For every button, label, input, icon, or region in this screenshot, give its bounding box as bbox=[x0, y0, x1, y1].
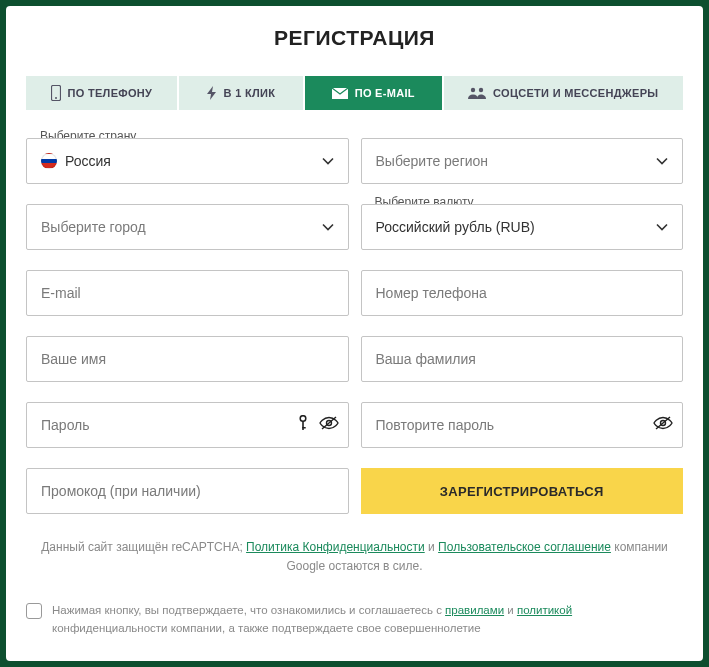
policy-link[interactable]: политикой bbox=[517, 604, 572, 616]
firstname-input[interactable] bbox=[26, 336, 349, 382]
phone-field bbox=[361, 270, 684, 316]
russia-flag-icon bbox=[41, 153, 57, 169]
registration-tabs: ПО ТЕЛЕФОНУ В 1 КЛИК ПО E-MAIL СОЦСЕТИ И… bbox=[26, 76, 683, 110]
region-field: Выберите регион bbox=[361, 138, 684, 184]
svg-point-3 bbox=[471, 88, 475, 92]
recaptcha-notice: Данный сайт защищён reCAPTCHA; Политика … bbox=[26, 538, 683, 576]
tab-oneclick[interactable]: В 1 КЛИК bbox=[179, 76, 303, 110]
firstname-field bbox=[26, 336, 349, 382]
currency-field: Выберите валюту Российский рубль (RUB) bbox=[361, 204, 684, 250]
consent-row: Нажимая кнопку, вы подтверждаете, что оз… bbox=[26, 602, 683, 637]
form-grid: Выберите страну Россия Выберите регион В… bbox=[26, 138, 683, 514]
phone-icon bbox=[51, 85, 61, 101]
chevron-down-icon bbox=[322, 223, 334, 231]
chevron-down-icon bbox=[656, 223, 668, 231]
svg-rect-6 bbox=[302, 421, 304, 430]
svg-point-5 bbox=[300, 416, 306, 422]
phone-input[interactable] bbox=[361, 270, 684, 316]
region-placeholder: Выберите регион bbox=[376, 153, 489, 169]
consent-text: Нажимая кнопку, вы подтверждаете, что оз… bbox=[52, 602, 683, 637]
tab-phone[interactable]: ПО ТЕЛЕФОНУ bbox=[26, 76, 177, 110]
submit-button[interactable]: ЗАРЕГИСТРИРОВАТЬСЯ bbox=[361, 468, 684, 514]
email-field bbox=[26, 270, 349, 316]
tab-social[interactable]: СОЦСЕТИ И МЕССЕНДЖЕРЫ bbox=[444, 76, 683, 110]
registration-modal: РЕГИСТРАЦИЯ ПО ТЕЛЕФОНУ В 1 КЛИК ПО E-MA… bbox=[6, 6, 703, 661]
terms-link[interactable]: Пользовательское соглашение bbox=[438, 540, 611, 554]
svg-point-4 bbox=[479, 88, 483, 92]
currency-value: Российский рубль (RUB) bbox=[376, 219, 535, 235]
privacy-link[interactable]: Политика Конфиденциальности bbox=[246, 540, 425, 554]
svg-point-1 bbox=[55, 97, 57, 99]
key-icon[interactable] bbox=[297, 415, 309, 435]
promo-field bbox=[26, 468, 349, 514]
country-select[interactable]: Россия bbox=[26, 138, 349, 184]
lastname-input[interactable] bbox=[361, 336, 684, 382]
envelope-icon bbox=[332, 88, 348, 99]
eye-off-icon[interactable] bbox=[653, 416, 673, 434]
chevron-down-icon bbox=[322, 157, 334, 165]
tab-email[interactable]: ПО E-MAIL bbox=[305, 76, 442, 110]
tab-label: СОЦСЕТИ И МЕССЕНДЖЕРЫ bbox=[493, 87, 658, 99]
email-input[interactable] bbox=[26, 270, 349, 316]
tab-label: ПО ТЕЛЕФОНУ bbox=[68, 87, 153, 99]
country-value: Россия bbox=[65, 153, 111, 169]
tab-label: ПО E-MAIL bbox=[355, 87, 415, 99]
lastname-field bbox=[361, 336, 684, 382]
tab-label: В 1 КЛИК bbox=[224, 87, 276, 99]
chevron-down-icon bbox=[656, 157, 668, 165]
city-field: Выберите город bbox=[26, 204, 349, 250]
consent-checkbox[interactable] bbox=[26, 603, 42, 619]
lightning-icon bbox=[207, 86, 217, 100]
password-confirm-field bbox=[361, 402, 684, 448]
password-field bbox=[26, 402, 349, 448]
city-placeholder: Выберите город bbox=[41, 219, 146, 235]
promo-input[interactable] bbox=[26, 468, 349, 514]
city-select[interactable]: Выберите город bbox=[26, 204, 349, 250]
country-field: Выберите страну Россия bbox=[26, 138, 349, 184]
eye-off-icon[interactable] bbox=[319, 416, 339, 434]
rules-link[interactable]: правилами bbox=[445, 604, 504, 616]
region-select[interactable]: Выберите регион bbox=[361, 138, 684, 184]
currency-select[interactable]: Российский рубль (RUB) bbox=[361, 204, 684, 250]
svg-rect-7 bbox=[302, 427, 306, 429]
people-icon bbox=[468, 87, 486, 99]
password-confirm-input[interactable] bbox=[361, 402, 684, 448]
modal-title: РЕГИСТРАЦИЯ bbox=[26, 26, 683, 50]
